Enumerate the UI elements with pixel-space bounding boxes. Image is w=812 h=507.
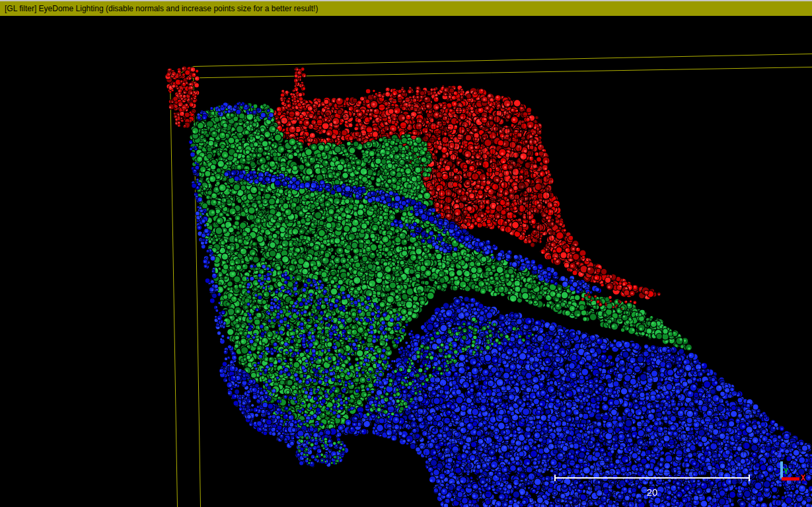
scale-bar-right-tick <box>749 475 750 481</box>
scale-bar-line <box>554 477 750 479</box>
z-axis-label: Z <box>777 449 782 459</box>
x-axis-bar <box>782 477 799 481</box>
y-axis-label: Y <box>784 467 788 476</box>
scale-bar: 20 <box>554 472 750 498</box>
gl-filter-banner: [GL filter] EyeDome Lighting (disable no… <box>0 0 812 16</box>
x-axis-label: X <box>801 473 805 483</box>
axis-gizmo: Z Y X <box>772 448 811 488</box>
gl-filter-banner-text: [GL filter] EyeDome Lighting (disable no… <box>5 3 318 14</box>
point-cloud-viewport[interactable] <box>0 0 812 507</box>
z-axis-bar <box>780 461 783 479</box>
scale-bar-label: 20 <box>554 487 750 498</box>
cloudcompare-3d-view: { "banner": { "text": "[GL filter] EyeDo… <box>0 0 812 507</box>
